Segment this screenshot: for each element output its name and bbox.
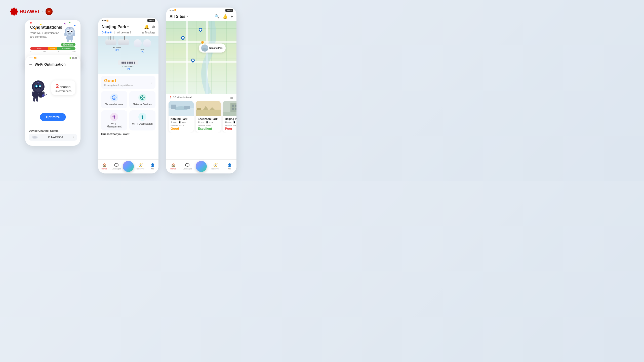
add-site-icon[interactable]: + <box>231 14 233 19</box>
nav-messages-label: Messages <box>112 168 121 170</box>
ap-device-icon <box>31 135 38 139</box>
separator: · <box>42 9 43 14</box>
site-card-nanjing[interactable]: Nanjing Park 🖥 6/40 📱 6/40 Network Statu… <box>169 101 194 132</box>
topology-button[interactable]: ⊞ Topology <box>142 31 155 34</box>
main-time: 08:08 <box>147 19 155 22</box>
nav-home[interactable]: 🏠 Home <box>98 160 110 173</box>
map-nav-center[interactable] <box>194 160 208 173</box>
shenzhen-status-label: Network Status <box>198 124 219 127</box>
sites-dropdown-arrow[interactable]: ▾ <box>186 15 188 18</box>
dropdown-arrow[interactable]: ▾ <box>127 25 129 28</box>
svg-rect-54 <box>184 106 190 109</box>
map-pin-3[interactable] <box>191 59 195 62</box>
device-name: 111-AP4556 <box>48 136 63 139</box>
search-icon[interactable]: 🔍 <box>215 14 220 19</box>
beijing-card-name: Beijing Park <box>225 117 236 120</box>
terminal-access-item[interactable]: Terminal Access <box>101 91 127 108</box>
topology-icon: ⊞ <box>142 31 144 34</box>
map-area: Nanjing Park <box>166 21 236 94</box>
network-devices-item[interactable]: Network Devices <box>129 91 155 108</box>
nanjing-status-label: Network Status <box>171 124 192 127</box>
nav-center[interactable] <box>122 160 134 173</box>
svg-rect-20 <box>73 33 75 36</box>
nanjing-card-stats: 🖥 6/40 📱 6/40 <box>171 121 192 123</box>
congrats-text-block: Congratulations! Your Wi-Fi Optimization… <box>30 25 62 39</box>
svg-point-47 <box>114 118 115 119</box>
nanjing-status-text: Good <box>171 127 192 130</box>
optimize-button[interactable]: Optimize <box>40 113 66 121</box>
svg-rect-31 <box>36 88 40 89</box>
terminal-access-icon <box>110 94 118 102</box>
svg-rect-61 <box>235 105 236 107</box>
lan-port <box>132 62 133 64</box>
running-time: Running time 0 days 0 hours <box>104 84 133 86</box>
nanjing-label-text: Nanjing Park <box>209 47 223 49</box>
score-ticks: 0 60 80 100 <box>30 50 75 53</box>
map-bottom-nav: 🏠 Home 💬 Messages 🧭 Discover 👤 Me <box>166 159 236 173</box>
map-nav-messages[interactable]: 💬 Messages <box>180 160 194 173</box>
map-time: 08:08 <box>225 9 233 12</box>
score-bar-container: Excellent Poor Good Excellent 0 60 80 10… <box>30 47 75 53</box>
nanjing-bubble-label: Nanjing Park <box>199 43 226 53</box>
guess-label: Guess what you want <box>101 132 129 135</box>
map-nav-center-button[interactable] <box>196 161 207 172</box>
main-signal: ▪▪▪ ▪▪▪ 📶 <box>102 20 109 22</box>
park-header: Nanjing Park ▾ 🔔 ⊕ <box>98 23 158 31</box>
beijing-img-svg <box>223 101 236 116</box>
map-status-bar: ▪▪▪ ▪▪▪ 📶 08:08 <box>166 8 236 13</box>
site-card-beijing[interactable]: Beijing Park 🖥 4/28 📱 10/33 Network Stat… <box>223 101 236 132</box>
wifi-optimization-icon <box>138 113 146 121</box>
nanjing-img-svg <box>169 101 194 116</box>
tick-80: 80 <box>58 50 60 53</box>
lan-port <box>127 62 128 64</box>
nanjing-avatar <box>201 44 208 52</box>
map-pin-2[interactable] <box>181 36 185 39</box>
wifi-optimization-item[interactable]: Wi-Fi Optimization <box>129 110 155 130</box>
device-row-top: Routers 3/3 APs 2/2 <box>98 39 158 54</box>
confetti-dot <box>40 24 42 25</box>
add-icon[interactable]: ⊕ <box>152 24 155 29</box>
back-button[interactable]: ← <box>29 62 33 67</box>
shenzhen-img-svg <box>196 101 221 116</box>
wifi-mgmt-svg <box>112 115 116 119</box>
alert-icon[interactable]: 🔔 <box>223 14 228 19</box>
lan-port <box>130 62 132 64</box>
map-nav-discover[interactable]: 🧭 Discover <box>208 160 222 173</box>
sites-total-bar: 📍 10 sites in total ☰ <box>166 94 236 101</box>
map-nav-home-label: Home <box>170 168 176 170</box>
nav-me[interactable]: 👤 Me <box>146 160 158 173</box>
svg-point-18 <box>69 27 70 29</box>
lan-label: LAN Switch <box>118 65 138 68</box>
divider <box>25 122 80 122</box>
map-river <box>166 21 236 94</box>
nav-messages[interactable]: 💬 Messages <box>110 160 122 173</box>
channel-count: 2 <box>56 83 59 89</box>
huawei-brand-text: HUAWEI <box>20 9 39 14</box>
bar-good: Good <box>48 47 57 50</box>
map-nav-me[interactable]: 👤 Me <box>222 160 236 173</box>
svg-rect-16 <box>68 34 71 34</box>
park-action-icons: 🔔 ⊕ <box>144 24 155 29</box>
beijing-stat2: 📱 10/33 <box>233 121 236 123</box>
home-icon: 🏠 <box>102 163 106 167</box>
status-info: Good Running time 0 days 0 hours <box>104 78 133 86</box>
lan-ports <box>122 62 135 64</box>
map-nav-messages-label: Messages <box>183 168 192 170</box>
svg-point-29 <box>36 85 37 87</box>
expand-icon[interactable]: ∧ <box>72 135 74 139</box>
nav-center-button[interactable] <box>123 161 134 172</box>
list-view-icon[interactable]: ☰ <box>230 95 233 99</box>
notification-icon[interactable]: 🔔 <box>144 24 149 29</box>
lan-port <box>122 62 123 64</box>
wifi-management-item[interactable]: Wi-Fi Management <box>101 110 127 130</box>
sites-cards: Nanjing Park 🖥 6/40 📱 6/40 Network Statu… <box>166 101 236 132</box>
map-pin-1[interactable] <box>199 28 202 31</box>
site-card-shenzhen[interactable]: Shenzhen Park 🖥 7/36 📱 9/24 Network Stat… <box>196 101 221 132</box>
park-sub-info: Online 6 | All devices 6 ⊞ Topology <box>98 31 158 36</box>
status-card[interactable]: Good Running time 0 days 0 hours › <box>101 76 155 89</box>
routers-label: Routers <box>105 46 129 49</box>
nav-discover[interactable]: 🧭 Discover <box>134 160 146 173</box>
svg-point-38 <box>42 94 45 97</box>
map-nav-home[interactable]: 🏠 Home <box>166 160 180 173</box>
svg-rect-60 <box>232 105 234 107</box>
